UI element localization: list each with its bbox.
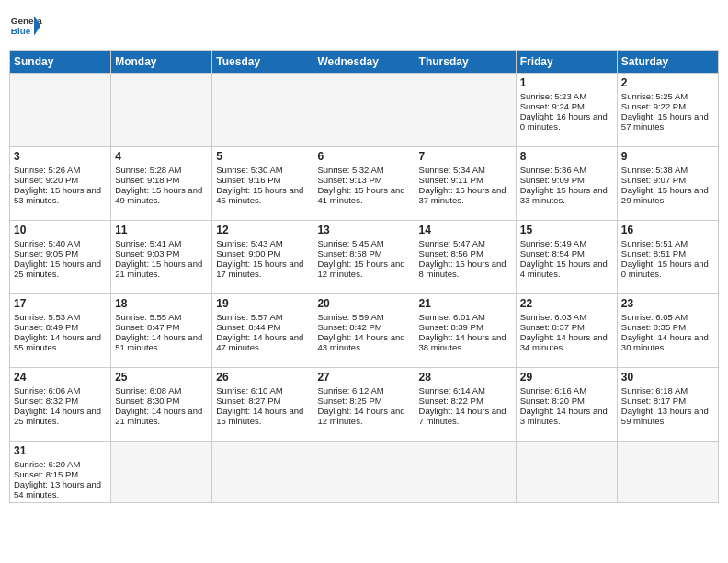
day-number: 18 [115,297,208,310]
day-info: Sunrise: 5:45 AM [317,238,410,248]
day-info: Sunset: 8:17 PM [621,396,714,406]
day-info: Sunrise: 5:28 AM [115,165,208,175]
day-info: Daylight: 14 hours and 34 minutes. [520,332,613,352]
day-number: 24 [14,371,107,384]
calendar-cell [313,74,415,147]
day-info: Sunset: 9:05 PM [14,248,107,259]
day-info: Daylight: 14 hours and 38 minutes. [419,332,512,352]
day-number: 4 [115,150,208,163]
day-info: Sunrise: 5:36 AM [520,165,613,175]
day-info: Daylight: 15 hours and 45 minutes. [216,185,309,205]
day-info: Daylight: 13 hours and 54 minutes. [14,479,107,500]
calendar-cell [111,442,212,503]
day-info: Daylight: 14 hours and 12 minutes. [317,406,410,426]
day-number: 9 [621,150,714,163]
day-info: Sunrise: 5:30 AM [216,165,309,175]
calendar-week-row: 3Sunrise: 5:26 AMSunset: 9:20 PMDaylight… [10,147,719,221]
day-info: Sunset: 8:22 PM [419,396,512,406]
day-info: Sunrise: 6:05 AM [621,312,714,322]
day-info: Daylight: 16 hours and 0 minutes. [520,111,613,132]
day-header-thursday: Thursday [415,51,516,74]
calendar-cell [10,74,111,147]
day-info: Sunrise: 5:38 AM [621,165,714,175]
day-number: 14 [419,224,512,236]
calendar-cell [516,442,617,503]
day-number: 7 [419,150,512,163]
calendar-week-row: 31Sunrise: 6:20 AMSunset: 8:15 PMDayligh… [10,442,719,503]
day-info: Daylight: 15 hours and 21 minutes. [115,259,208,279]
calendar-cell: 11Sunrise: 5:41 AMSunset: 9:03 PMDayligh… [111,221,212,294]
day-info: Sunset: 8:42 PM [317,322,410,332]
calendar-cell: 10Sunrise: 5:40 AMSunset: 9:05 PMDayligh… [10,221,111,294]
day-number: 22 [520,297,613,310]
day-info: Daylight: 15 hours and 29 minutes. [621,185,714,205]
day-info: Sunrise: 6:08 AM [115,385,208,396]
day-info: Sunset: 8:54 PM [520,248,613,259]
day-info: Daylight: 14 hours and 21 minutes. [115,406,208,426]
day-info: Daylight: 15 hours and 53 minutes. [14,185,107,205]
logo-icon: General Blue [9,9,42,42]
calendar-cell: 31Sunrise: 6:20 AMSunset: 8:15 PMDayligh… [10,442,111,503]
day-info: Sunset: 8:37 PM [520,322,613,332]
page-header: General Blue [9,9,719,42]
day-number: 13 [317,224,410,236]
calendar-cell: 24Sunrise: 6:06 AMSunset: 8:32 PMDayligh… [10,368,111,442]
calendar-table: SundayMondayTuesdayWednesdayThursdayFrid… [9,50,719,503]
day-info: Daylight: 14 hours and 30 minutes. [621,332,714,352]
day-info: Daylight: 13 hours and 59 minutes. [621,406,714,426]
day-number: 1 [520,76,613,89]
day-header-monday: Monday [111,51,212,74]
day-header-friday: Friday [516,51,617,74]
day-info: Daylight: 14 hours and 25 minutes. [14,406,107,426]
day-info: Sunset: 8:15 PM [14,469,107,479]
calendar-cell: 19Sunrise: 5:57 AMSunset: 8:44 PMDayligh… [212,294,313,368]
day-info: Daylight: 14 hours and 47 minutes. [216,332,309,352]
calendar-header-row: SundayMondayTuesdayWednesdayThursdayFrid… [10,51,719,74]
calendar-week-row: 24Sunrise: 6:06 AMSunset: 8:32 PMDayligh… [10,368,719,442]
calendar-cell [111,74,212,147]
day-info: Daylight: 15 hours and 41 minutes. [317,185,410,205]
day-number: 17 [14,297,107,310]
calendar-cell: 26Sunrise: 6:10 AMSunset: 8:27 PMDayligh… [212,368,313,442]
day-info: Sunset: 8:32 PM [14,396,107,406]
day-number: 6 [317,150,410,163]
calendar-cell: 5Sunrise: 5:30 AMSunset: 9:16 PMDaylight… [212,147,313,221]
day-info: Sunrise: 5:26 AM [14,165,107,175]
calendar-cell [212,74,313,147]
calendar-cell: 16Sunrise: 5:51 AMSunset: 8:51 PMDayligh… [617,221,718,294]
day-info: Sunrise: 6:06 AM [14,385,107,396]
calendar-cell: 17Sunrise: 5:53 AMSunset: 8:49 PMDayligh… [10,294,111,368]
day-info: Sunrise: 5:47 AM [419,238,512,248]
day-number: 2 [621,76,714,89]
day-info: Sunset: 8:39 PM [419,322,512,332]
day-info: Daylight: 15 hours and 8 minutes. [419,259,512,279]
day-info: Sunrise: 5:53 AM [14,312,107,322]
day-info: Sunrise: 5:32 AM [317,165,410,175]
day-info: Sunrise: 5:23 AM [520,91,613,101]
day-info: Sunset: 8:27 PM [216,396,309,406]
day-number: 19 [216,297,309,310]
day-number: 21 [419,297,512,310]
calendar-cell: 6Sunrise: 5:32 AMSunset: 9:13 PMDaylight… [313,147,415,221]
day-info: Sunset: 8:56 PM [419,248,512,259]
day-info: Sunrise: 5:25 AM [621,91,714,101]
day-number: 10 [14,224,107,236]
calendar-cell: 7Sunrise: 5:34 AMSunset: 9:11 PMDaylight… [415,147,516,221]
calendar-cell: 21Sunrise: 6:01 AMSunset: 8:39 PMDayligh… [415,294,516,368]
day-info: Sunset: 9:24 PM [520,101,613,111]
day-info: Sunrise: 5:59 AM [317,312,410,322]
day-info: Sunset: 8:58 PM [317,248,410,259]
calendar-cell [212,442,313,503]
day-info: Daylight: 14 hours and 43 minutes. [317,332,410,352]
calendar-cell: 29Sunrise: 6:16 AMSunset: 8:20 PMDayligh… [516,368,617,442]
day-info: Daylight: 15 hours and 4 minutes. [520,259,613,279]
calendar-cell: 27Sunrise: 6:12 AMSunset: 8:25 PMDayligh… [313,368,415,442]
day-info: Sunset: 8:20 PM [520,396,613,406]
day-info: Sunrise: 6:18 AM [621,385,714,396]
day-number: 12 [216,224,309,236]
day-info: Sunrise: 5:55 AM [115,312,208,322]
day-info: Sunrise: 5:43 AM [216,238,309,248]
day-info: Sunset: 8:49 PM [14,322,107,332]
day-info: Daylight: 15 hours and 12 minutes. [317,259,410,279]
calendar-cell: 3Sunrise: 5:26 AMSunset: 9:20 PMDaylight… [10,147,111,221]
